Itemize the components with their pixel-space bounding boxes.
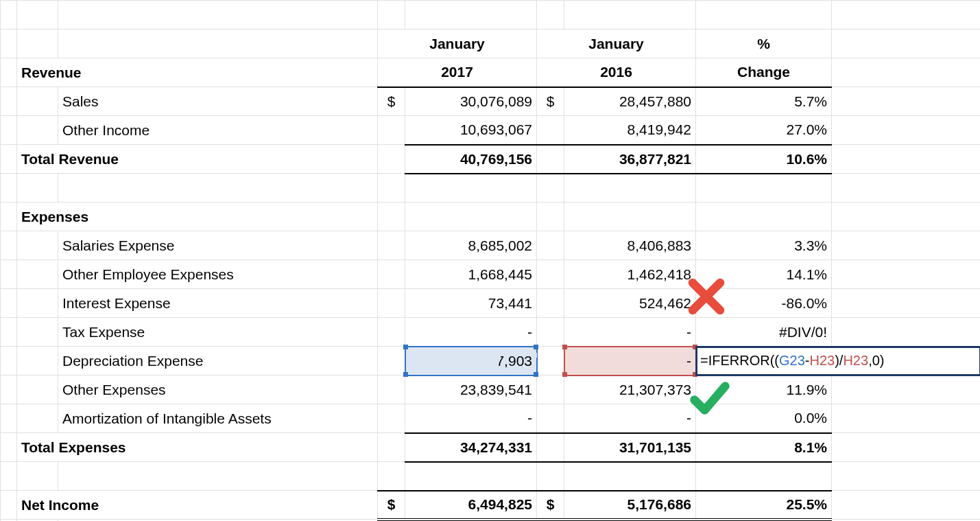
cell-tax-2016[interactable]: -: [564, 318, 696, 347]
row-label-amort: Amortization of Intangible Assets: [58, 404, 378, 433]
table-row[interactable]: Other Employee Expenses 1,668,445 1,462,…: [1, 260, 981, 289]
row-label-salaries: Salaries Expense: [58, 231, 378, 260]
row-label-other-exp: Other Expenses: [58, 375, 378, 404]
cell-other-exp-2017[interactable]: 23,839,541: [405, 375, 537, 404]
table-row[interactable]: Other Expenses 23,839,541 21,307,373 11.…: [1, 375, 981, 404]
cell-tax-2017[interactable]: -: [405, 318, 537, 347]
table-row[interactable]: [1, 1, 981, 30]
cell-salaries-2017[interactable]: 8,685,002: [405, 231, 537, 260]
cell-net-income-2017[interactable]: 6,494,825: [405, 491, 537, 520]
cell-net-income-2016[interactable]: 5,176,686: [564, 491, 696, 520]
currency-symbol: $: [537, 87, 564, 116]
cell-interest-change[interactable]: -86.0%: [696, 289, 832, 318]
cell-salaries-change[interactable]: 3.3%: [696, 231, 832, 260]
row-label-other-income: Other Income: [58, 116, 378, 145]
table-row[interactable]: Sales $ 30,076,089 $ 28,457,880 5.7%: [1, 87, 981, 116]
cell-total-exp-2017[interactable]: 34,274,331: [405, 433, 537, 462]
cell-other-income-change[interactable]: 27.0%: [696, 116, 832, 145]
cell-amort-2016[interactable]: -: [564, 404, 696, 433]
table-row[interactable]: Salaries Expense 8,685,002 8,406,883 3.3…: [1, 231, 981, 260]
row-label-total-revenue: Total Revenue: [17, 145, 378, 174]
cell-amort-2017[interactable]: -: [405, 404, 537, 433]
currency-symbol: $: [378, 87, 405, 116]
cell-sales-2017[interactable]: 30,076,089: [405, 87, 537, 116]
cell-total-revenue-2017[interactable]: 40,769,156: [405, 145, 537, 174]
table-row[interactable]: Other Income 10,693,067 8,419,942 27.0%: [1, 116, 981, 145]
cell-interest-2016[interactable]: 524,462: [564, 289, 696, 318]
cell-total-revenue-change[interactable]: 10.6%: [696, 145, 832, 174]
table-row[interactable]: Expenses: [1, 202, 981, 231]
cell-other-income-2016[interactable]: 8,419,942: [564, 116, 696, 145]
row-label-other-emp: Other Employee Expenses: [58, 260, 378, 289]
currency-symbol: $: [378, 491, 405, 520]
col-header-change: Change: [696, 58, 832, 87]
col-header-2017-year: 2017: [378, 58, 537, 87]
row-label-tax: Tax Expense: [58, 318, 378, 347]
table-row[interactable]: January January %: [1, 30, 981, 58]
cell-salaries-2016[interactable]: 8,406,883: [564, 231, 696, 260]
cell-depreciation-2017-selected[interactable]: 7,903: [405, 347, 537, 375]
cell-total-exp-2016[interactable]: 31,701,135: [564, 433, 696, 462]
row-label-total-expenses: Total Expenses: [17, 433, 378, 462]
table-row[interactable]: Depreciation Expense 7,903 - =IFERROR((G…: [1, 347, 981, 375]
col-header-change-pct: %: [696, 30, 832, 58]
row-label-interest: Interest Expense: [58, 289, 378, 318]
table-row[interactable]: Amortization of Intangible Assets - - 0.…: [1, 404, 981, 433]
cell-amort-change[interactable]: 0.0%: [696, 404, 832, 433]
table-row[interactable]: Total Revenue 40,769,156 36,877,821 10.6…: [1, 145, 981, 174]
currency-symbol: $: [537, 491, 564, 520]
table-row[interactable]: [1, 462, 981, 491]
cell-sales-change[interactable]: 5.7%: [696, 87, 832, 116]
table-row[interactable]: Net Income $ 6,494,825 $ 5,176,686 25.5%: [1, 491, 981, 520]
cell-net-income-change[interactable]: 25.5%: [696, 491, 832, 520]
cell-sales-2016[interactable]: 28,457,880: [564, 87, 696, 116]
row-label-depreciation: Depreciation Expense: [58, 347, 378, 375]
row-label-net-income: Net Income: [17, 491, 378, 520]
table-row[interactable]: [1, 174, 981, 202]
table-row[interactable]: Tax Expense - - #DIV/0!: [1, 318, 981, 347]
cell-total-exp-change[interactable]: 8.1%: [696, 433, 832, 462]
spreadsheet-grid[interactable]: January January % Revenue 2017 2016 Chan…: [0, 0, 980, 521]
cell-other-emp-2017[interactable]: 1,668,445: [405, 260, 537, 289]
col-header-2016-month: January: [537, 30, 696, 58]
table-row[interactable]: Total Expenses 34,274,331 31,701,135 8.1…: [1, 433, 981, 462]
table-row[interactable]: Interest Expense 73,441 524,462 -86.0%: [1, 289, 981, 318]
cell-other-emp-2016[interactable]: 1,462,418: [564, 260, 696, 289]
section-expenses: Expenses: [17, 202, 378, 231]
cell-other-emp-change[interactable]: 14.1%: [696, 260, 832, 289]
section-revenue: Revenue: [17, 58, 378, 87]
cell-other-income-2017[interactable]: 10,693,067: [405, 116, 537, 145]
cell-formula-editing[interactable]: =IFERROR((G23-H23)/H23,0): [696, 347, 981, 375]
row-label-sales: Sales: [58, 87, 378, 116]
cell-total-revenue-2016[interactable]: 36,877,821: [564, 145, 696, 174]
table-row[interactable]: Revenue 2017 2016 Change: [1, 58, 981, 87]
cell-depreciation-2016-selected[interactable]: -: [564, 347, 696, 375]
cell-interest-2017[interactable]: 73,441: [405, 289, 537, 318]
cell-other-exp-change[interactable]: 11.9%: [696, 375, 832, 404]
col-header-2017-month: January: [378, 30, 537, 58]
cell-other-exp-2016[interactable]: 21,307,373: [564, 375, 696, 404]
cell-tax-change-error[interactable]: #DIV/0!: [696, 318, 832, 347]
col-header-2016-year: 2016: [537, 58, 696, 87]
